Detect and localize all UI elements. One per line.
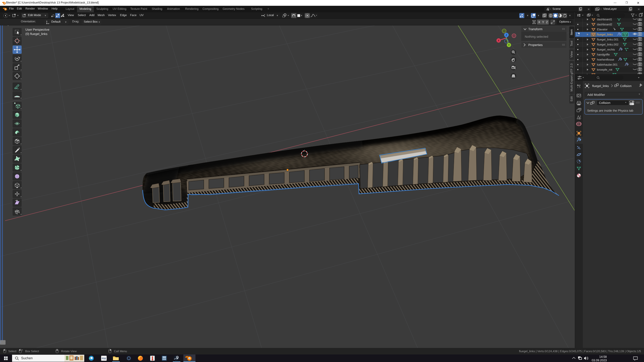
svg-text:fluegel_links | Verts:0/124,43: fluegel_links | Verts:0/124,438 | Edges:…	[519, 350, 641, 353]
svg-text:fluegel_rechts: fluegel_rechts	[597, 48, 615, 51]
svg-text:dashboard1: dashboard1	[597, 18, 612, 21]
svg-text:Add Modifier: Add Modifier	[587, 93, 605, 97]
svg-text:fluegel_links.001: fluegel_links.001	[597, 38, 619, 41]
svg-text:knoepfe_rot: knoepfe_rot	[597, 68, 613, 71]
svg-text:Box Select: Box Select	[25, 350, 39, 353]
svg-text:Y: Y	[508, 44, 510, 47]
svg-text:dashboard2: dashboard2	[597, 23, 612, 26]
svg-text:Properties: Properties	[528, 43, 543, 47]
svg-text:Rotate View: Rotate View	[61, 350, 77, 353]
svg-text:14:58: 14:58	[599, 355, 607, 358]
svg-text:Tool: Tool	[570, 41, 573, 46]
svg-text:fluegel_links.002: fluegel_links.002	[597, 43, 619, 46]
svg-text:User Perspective: User Perspective	[25, 28, 49, 31]
svg-text:Settings are inside the Physic: Settings are inside the Physics tab	[587, 109, 633, 112]
svg-text:hoehenflosse: hoehenflosse	[597, 58, 614, 61]
svg-text:Call Menu: Call Menu	[114, 350, 127, 353]
svg-text:kabinhaube.001: kabinhaube.001	[597, 63, 618, 66]
svg-text:Z: Z	[506, 34, 507, 37]
svg-text:handgriffe: handgriffe	[597, 53, 610, 56]
svg-text:Collision: Collision	[620, 84, 631, 88]
svg-text:View: View	[570, 51, 573, 58]
svg-text:fluegel_links: fluegel_links	[597, 33, 613, 36]
svg-text:Select: Select	[8, 350, 17, 353]
svg-text:Multi-Export glTF 2.0: Multi-Export glTF 2.0	[570, 63, 573, 92]
svg-text:(0) fluegel_links: (0) fluegel_links	[25, 32, 48, 36]
svg-text:Nothing selected: Nothing selected	[525, 35, 548, 38]
svg-text:Item: Item	[570, 29, 573, 35]
svg-text:Suchen: Suchen	[21, 356, 33, 360]
svg-text:Collision: Collision	[599, 101, 610, 105]
svg-text:X: X	[498, 39, 500, 42]
svg-text:Elavator: Elavator	[597, 28, 608, 31]
svg-text:FS2: FS2	[102, 357, 106, 360]
svg-text:fluegel_links: fluegel_links	[592, 84, 609, 88]
svg-text:Transform: Transform	[528, 27, 543, 31]
svg-text:03.09.2023: 03.09.2023	[592, 358, 607, 362]
svg-text:Edit: Edit	[570, 96, 573, 101]
